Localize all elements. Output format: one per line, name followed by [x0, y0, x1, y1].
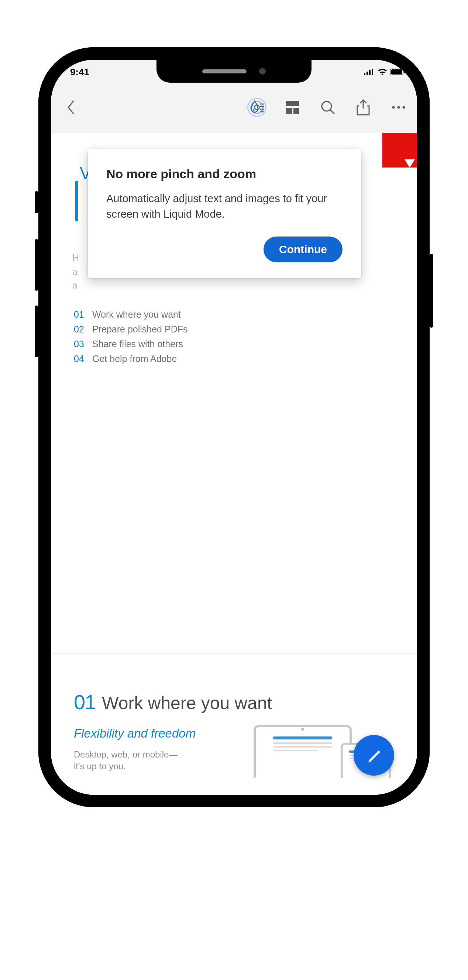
svg-rect-19 — [255, 726, 351, 778]
speaker — [202, 69, 247, 73]
search-button[interactable] — [318, 98, 337, 117]
acrobat-badge — [382, 133, 417, 167]
toc-number: 03 — [74, 337, 87, 351]
toc-label: Share files with others — [92, 337, 183, 351]
svg-rect-6 — [404, 70, 405, 73]
svg-rect-13 — [293, 108, 299, 114]
svg-rect-0 — [364, 73, 365, 75]
liquid-mode-popover: No more pinch and zoom Automatically adj… — [88, 149, 361, 278]
section-number: 01 — [74, 690, 95, 714]
page-view-button[interactable] — [283, 98, 302, 117]
page-divider — [51, 653, 417, 654]
svg-rect-23 — [273, 746, 332, 748]
svg-point-20 — [301, 728, 304, 730]
toc-item[interactable]: 02 Prepare polished PDFs — [74, 322, 394, 337]
svg-point-17 — [398, 106, 400, 109]
section-title: Work where you want — [102, 693, 272, 713]
page-view-icon — [285, 100, 300, 115]
toolbar — [51, 82, 417, 133]
more-button[interactable] — [389, 98, 408, 117]
device-frame: 9:41 — [38, 47, 430, 807]
popover-body: Automatically adjust text and images to … — [106, 191, 342, 222]
svg-rect-11 — [286, 101, 299, 106]
back-button[interactable] — [60, 96, 82, 118]
continue-button[interactable]: Continue — [264, 237, 342, 262]
toc-label: Get help from Adobe — [92, 351, 177, 366]
svg-rect-22 — [273, 742, 332, 744]
svg-rect-2 — [369, 70, 371, 75]
section-body: Desktop, web, or mobile—it's up to you. — [74, 749, 185, 773]
liquid-mode-button[interactable] — [247, 98, 266, 117]
toc-number: 02 — [74, 322, 87, 337]
cellular-icon — [364, 68, 374, 75]
svg-rect-3 — [372, 68, 373, 75]
side-button — [35, 305, 38, 357]
svg-rect-1 — [366, 72, 368, 75]
svg-point-18 — [403, 106, 405, 109]
search-icon — [320, 100, 336, 115]
status-time: 9:41 — [61, 64, 89, 78]
hidden-text-fragment: a — [72, 278, 79, 293]
share-button[interactable] — [353, 98, 373, 117]
toc-number: 01 — [74, 307, 87, 322]
toc-item[interactable]: 04 Get help from Adobe — [74, 351, 394, 366]
wifi-icon — [377, 68, 388, 76]
more-icon — [391, 105, 406, 110]
side-button — [430, 254, 433, 328]
hidden-text-fragment: a — [72, 265, 79, 279]
hidden-text-fragment: H — [72, 251, 79, 265]
svg-rect-21 — [273, 737, 332, 740]
side-button — [35, 191, 38, 213]
chevron-left-icon — [67, 100, 75, 115]
battery-icon — [390, 68, 405, 75]
toc-label: Work where you want — [92, 307, 181, 322]
svg-point-16 — [392, 106, 395, 109]
edit-fab[interactable] — [353, 735, 394, 776]
pencil-icon — [366, 748, 382, 763]
popover-title: No more pinch and zoom — [106, 167, 342, 181]
toc-label: Prepare polished PDFs — [92, 322, 188, 337]
notch — [156, 60, 312, 83]
svg-rect-12 — [286, 108, 292, 114]
side-button — [35, 239, 38, 291]
screen: 9:41 — [51, 60, 417, 795]
svg-rect-24 — [273, 750, 317, 751]
svg-rect-5 — [391, 69, 402, 75]
svg-line-15 — [330, 110, 334, 114]
table-of-contents: 01 Work where you want 02 Prepare polish… — [74, 307, 394, 366]
toc-number: 04 — [74, 351, 87, 366]
toc-item[interactable]: 03 Share files with others — [74, 337, 394, 351]
front-camera — [259, 68, 266, 75]
share-icon — [356, 99, 371, 116]
toc-item[interactable]: 01 Work where you want — [74, 307, 394, 322]
